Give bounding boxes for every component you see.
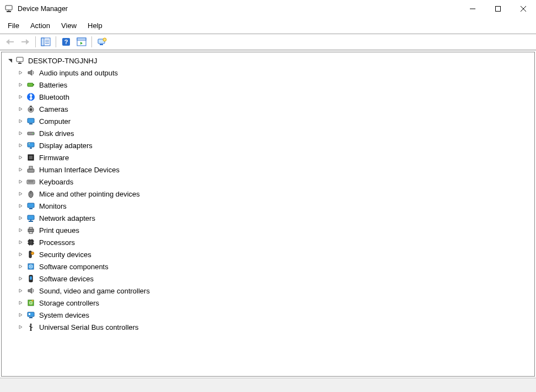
tree-node[interactable]: Software components (3, 260, 533, 273)
svg-rect-22 (18, 63, 21, 64)
expander-icon[interactable] (17, 178, 25, 186)
svg-rect-4 (496, 7, 501, 12)
svg-point-36 (29, 143, 30, 144)
expander-icon[interactable] (17, 93, 25, 101)
expander-icon[interactable] (17, 311, 25, 319)
menu-help[interactable]: Help (82, 20, 108, 31)
expander-icon[interactable] (17, 129, 25, 137)
tree-node-label: Processors (39, 238, 75, 247)
tree-node-label: Software devices (39, 275, 94, 283)
svg-rect-39 (28, 169, 34, 172)
tree-node[interactable]: Batteries (3, 79, 533, 91)
device-tree[interactable]: DESKTOP-TNGJNHJ Audio inputs and outputs… (1, 52, 535, 377)
statusbar (0, 378, 536, 392)
tree-root-node[interactable]: DESKTOP-TNGJNHJ (3, 55, 533, 67)
toolbar-scan-button[interactable] (95, 36, 109, 48)
expander-icon[interactable] (17, 166, 25, 173)
svg-point-33 (33, 133, 34, 134)
expander-icon[interactable] (17, 202, 25, 210)
tree-node[interactable]: Human Interface Devices (3, 164, 533, 176)
tree-node[interactable]: Storage controllers (3, 297, 533, 309)
menu-action[interactable]: Action (25, 20, 56, 31)
tree-node[interactable]: Keyboards (3, 176, 533, 188)
swcomp-icon (26, 262, 36, 271)
tree-node[interactable]: System devices (3, 309, 533, 321)
toolbar-action-button[interactable] (75, 36, 88, 48)
toolbar-show-hide-button[interactable] (39, 36, 52, 48)
svg-rect-74 (29, 313, 30, 315)
tree-node[interactable]: Firmware (3, 151, 533, 164)
tree-node[interactable]: Security devices (3, 248, 533, 260)
menu-view[interactable]: View (56, 20, 82, 31)
svg-rect-54 (29, 240, 33, 244)
tree-node[interactable]: Bluetooth (3, 91, 533, 103)
keyboard-icon (26, 177, 36, 187)
tree-node[interactable]: Universal Serial Bus controllers (3, 321, 533, 333)
expander-icon[interactable] (17, 141, 25, 149)
window-controls (460, 0, 536, 18)
expander-icon[interactable] (17, 190, 25, 198)
close-button[interactable] (511, 0, 536, 18)
expander-icon[interactable] (17, 251, 25, 258)
tree-node[interactable]: Audio inputs and outputs (3, 67, 533, 79)
svg-rect-19 (100, 44, 103, 45)
svg-rect-47 (29, 208, 33, 209)
expander-icon[interactable] (17, 275, 25, 282)
expander-icon[interactable] (17, 299, 25, 307)
menubar: File Action View Help (0, 18, 536, 34)
svg-point-64 (31, 252, 34, 255)
tree-node-label: Display adapters (39, 141, 93, 150)
toolbar-divider (91, 36, 92, 47)
tree-node[interactable]: Processors (3, 236, 533, 248)
svg-rect-72 (28, 312, 34, 317)
bluetooth-icon (26, 92, 36, 102)
hid-icon (26, 165, 36, 175)
expander-icon[interactable] (17, 81, 25, 89)
svg-rect-48 (28, 215, 34, 220)
expander-icon[interactable] (17, 287, 25, 295)
expander-icon[interactable] (17, 105, 25, 113)
toolbar-divider (35, 36, 36, 47)
maximize-button[interactable] (485, 0, 511, 18)
tree-node[interactable]: Computer (3, 115, 533, 127)
system-icon (26, 310, 36, 320)
tree-node[interactable]: Software devices (3, 273, 533, 285)
speaker-icon (26, 68, 36, 78)
tree-node[interactable]: Monitors (3, 200, 533, 212)
swdev-icon (26, 274, 36, 284)
tree-node[interactable]: Disk drives (3, 127, 533, 139)
toolbar-forward-button[interactable] (19, 36, 32, 48)
expander-icon[interactable] (17, 117, 25, 125)
window-title: Device Manager (18, 5, 460, 13)
tree-node[interactable]: Sound, video and game controllers (3, 285, 533, 297)
sound-icon (26, 286, 36, 296)
expander-icon[interactable] (6, 57, 14, 64)
tree-node[interactable]: Print queues (3, 224, 533, 236)
expander-icon[interactable] (17, 69, 25, 77)
tree-node[interactable]: Cameras (3, 103, 533, 115)
tree-node[interactable]: Display adapters (3, 139, 533, 151)
expander-icon[interactable] (17, 226, 25, 234)
tree-node[interactable]: Mice and other pointing devices (3, 188, 533, 200)
toolbar-help-button[interactable]: ? (59, 36, 73, 48)
minimize-button[interactable] (460, 0, 485, 18)
tree-node-label: Cameras (39, 105, 68, 113)
svg-rect-0 (6, 6, 12, 10)
menu-file[interactable]: File (2, 20, 25, 31)
mouse-icon (26, 189, 36, 199)
svg-rect-34 (28, 143, 34, 147)
expander-icon[interactable] (17, 323, 25, 331)
svg-rect-40 (29, 166, 33, 169)
expander-icon[interactable] (17, 154, 25, 161)
expander-icon[interactable] (17, 214, 25, 222)
expander-icon[interactable] (17, 238, 25, 246)
camera-icon (26, 104, 36, 114)
usb-icon (26, 322, 36, 332)
toolbar-back-button[interactable] (3, 36, 17, 48)
security-icon (26, 249, 36, 259)
titlebar: Device Manager (0, 0, 536, 18)
printer-icon (26, 225, 36, 235)
expander-icon[interactable] (17, 263, 25, 270)
tree-node[interactable]: Network adapters (3, 212, 533, 224)
tree-node-label: System devices (39, 311, 89, 319)
